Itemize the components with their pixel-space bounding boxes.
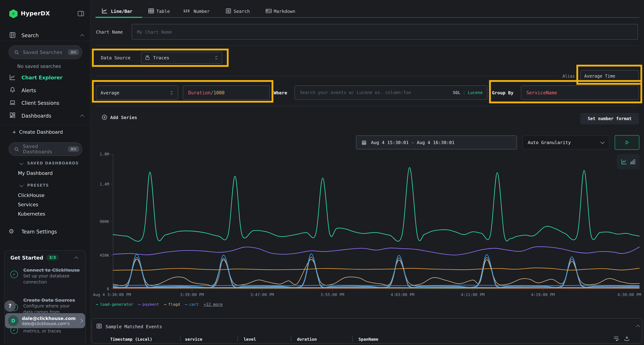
group-by-value: ServiceName bbox=[526, 90, 557, 95]
chart-legend: —load-generator—payment—flagd—cart+12 mo… bbox=[96, 302, 222, 307]
group-by-label: Group By bbox=[492, 90, 514, 95]
dashboards-collapse-chevron-icon[interactable] bbox=[80, 115, 84, 119]
legend-item[interactable]: —payment bbox=[138, 302, 159, 307]
sidebar-item-kubernetes[interactable]: Kubernetes bbox=[18, 211, 45, 217]
collapse-sidebar-icon[interactable] bbox=[77, 10, 84, 17]
legend-more-link[interactable]: +12 more bbox=[204, 302, 222, 307]
legend-item[interactable]: —flagd bbox=[164, 302, 180, 307]
bell-icon bbox=[9, 86, 16, 93]
where-label: Where bbox=[274, 90, 287, 95]
legend-item[interactable]: —load-generator bbox=[96, 302, 133, 307]
sidebar-item-chart-explorer[interactable]: Chart Explorer bbox=[22, 75, 62, 80]
database-icon bbox=[145, 55, 150, 60]
gear-icon: ⚙ bbox=[8, 228, 14, 235]
chart-name-input[interactable]: My Chart Name bbox=[132, 24, 638, 40]
add-series-button[interactable]: Add Series bbox=[102, 114, 137, 120]
tab-markdown[interactable]: Markdown bbox=[274, 8, 295, 14]
question-mark-icon: ? bbox=[8, 303, 12, 309]
tab-table[interactable]: Table bbox=[156, 8, 170, 14]
date-range-picker[interactable]: Aug 4 15:30:01 - Aug 4 16:30:01 bbox=[356, 135, 517, 149]
run-query-button[interactable] bbox=[615, 135, 639, 150]
search-section-icon bbox=[9, 32, 16, 38]
legend-swatch: — bbox=[138, 302, 140, 307]
metric-number: 1000 bbox=[214, 90, 225, 95]
column-header-duration[interactable]: duration bbox=[297, 337, 317, 342]
user-menu[interactable]: D dale@clickhouse.com dale@clickhouse.co… bbox=[5, 313, 85, 328]
sidebar-item-client-sessions[interactable]: Client Sessions bbox=[22, 100, 59, 106]
chevron-down-icon bbox=[600, 140, 605, 144]
svg-text:4:11:00 PM: 4:11:00 PM bbox=[461, 293, 484, 297]
legend-label: cart bbox=[189, 302, 198, 307]
create-dashboard-button[interactable]: +Create Dashboard bbox=[12, 129, 63, 135]
svg-text:1.8M: 1.8M bbox=[100, 152, 109, 156]
toggle-divider: | bbox=[463, 90, 465, 95]
data-source-label: Data Source bbox=[101, 55, 130, 60]
sidebar-item-search[interactable]: Search bbox=[22, 32, 39, 38]
laptop-icon bbox=[9, 99, 16, 106]
sample-events-title: Sample Matched Events bbox=[106, 324, 162, 329]
sidebar-item-team-settings[interactable]: Team Settings bbox=[22, 229, 57, 235]
saved-dashboards-section-label[interactable]: SAVED DASHBOARDS bbox=[27, 161, 79, 165]
sidebar-item-services[interactable]: Services bbox=[18, 202, 38, 207]
column-separator[interactable] bbox=[290, 336, 291, 342]
sidebar-item-dashboards[interactable]: Dashboards bbox=[22, 113, 51, 119]
alias-input[interactable]: Average Time bbox=[580, 70, 639, 82]
group-by-input[interactable]: ServiceName bbox=[521, 85, 639, 100]
aggregation-select[interactable]: Average bbox=[96, 85, 178, 100]
saved-dashboards-input[interactable]: Saved Dashboards ⌘K bbox=[8, 142, 82, 156]
svg-text:3:39:00 PM: 3:39:00 PM bbox=[180, 293, 204, 297]
active-tab-underline bbox=[96, 17, 142, 18]
column-separator[interactable] bbox=[352, 336, 353, 342]
bar-chart-toggle-icon[interactable] bbox=[630, 159, 636, 165]
column-header-timestamp[interactable]: Timestamp (Local) bbox=[110, 337, 152, 342]
svg-text:Aug 4 3:30:00 PM: Aug 4 3:30:00 PM bbox=[93, 293, 131, 297]
get-started-collapse-chevron-icon[interactable] bbox=[74, 257, 78, 261]
tab-search-icon bbox=[226, 8, 232, 14]
set-number-format-button[interactable]: Set number format bbox=[580, 113, 639, 124]
saved-dashboards-placeholder: Saved Dashboards bbox=[23, 144, 68, 154]
legend-item[interactable]: —cart bbox=[185, 302, 198, 307]
presets-section-chevron-icon[interactable] bbox=[20, 183, 24, 187]
granularity-select[interactable]: Auto Granularity bbox=[522, 135, 609, 149]
user-email: dale@clickhouse.com bbox=[22, 316, 80, 321]
saved-dashboards-section-chevron-icon[interactable] bbox=[20, 161, 24, 165]
saved-searches-input[interactable]: Saved Searches ⌘K bbox=[8, 45, 82, 59]
tab-table-icon bbox=[148, 8, 154, 14]
search-collapse-chevron-icon[interactable] bbox=[80, 34, 84, 38]
help-button[interactable]: ? bbox=[4, 300, 16, 312]
calendar-icon bbox=[361, 140, 367, 145]
wrap-text-icon[interactable] bbox=[613, 335, 619, 342]
column-separator[interactable] bbox=[180, 336, 181, 342]
where-input[interactable]: Search your events w/ Lucene ex. column:… bbox=[294, 85, 487, 100]
no-saved-searches-text: No saved searches bbox=[17, 64, 61, 69]
metric-expression-input[interactable]: Duration/1000 bbox=[183, 85, 270, 100]
column-header-spanname[interactable]: SpanName bbox=[358, 337, 378, 342]
column-header-level[interactable]: level bbox=[244, 337, 256, 342]
sql-toggle[interactable]: SQL bbox=[453, 90, 460, 95]
svg-text:900K: 900K bbox=[100, 219, 109, 224]
tab-search[interactable]: Search bbox=[234, 8, 250, 14]
data-source-select[interactable]: Traces bbox=[141, 52, 222, 64]
get-started-item-title[interactable]: Create Data Sources bbox=[23, 297, 80, 303]
tab-number[interactable]: Number bbox=[194, 8, 210, 14]
sidebar-item-my-dashboard[interactable]: My Dashboard bbox=[18, 170, 52, 176]
timeseries-chart[interactable]: 0450K900K1.4M1.8M3:39:00 PM3:47:00 PM3:5… bbox=[93, 152, 642, 300]
saved-searches-placeholder: Saved Searches bbox=[23, 49, 68, 55]
svg-text:0: 0 bbox=[107, 287, 109, 291]
sample-events-collapse-chevron-icon[interactable] bbox=[636, 325, 640, 329]
series-line bbox=[113, 259, 639, 286]
sidebar-item-alerts[interactable]: Alerts bbox=[22, 88, 36, 93]
lucene-toggle[interactable]: Lucene bbox=[468, 90, 483, 95]
presets-section-label[interactable]: PRESETS bbox=[27, 183, 49, 187]
svg-text:3:55:00 PM: 3:55:00 PM bbox=[320, 293, 344, 297]
column-separator[interactable] bbox=[237, 336, 238, 342]
get-started-item-title[interactable]: Connect to ClickHouse bbox=[23, 267, 80, 273]
sidebar-item-clickhouse[interactable]: ClickHouse bbox=[18, 192, 44, 198]
line-chart-toggle-icon[interactable] bbox=[621, 159, 627, 165]
download-icon[interactable] bbox=[624, 335, 630, 342]
svg-text:4:19:00 PM: 4:19:00 PM bbox=[531, 293, 554, 297]
tab-line-bar[interactable]: Line/Bar bbox=[111, 8, 132, 14]
get-started-progress-badge: 3/3 bbox=[46, 255, 59, 261]
where-placeholder: Search your events w/ Lucene ex. column:… bbox=[300, 90, 453, 95]
column-header-service[interactable]: service bbox=[185, 337, 202, 342]
